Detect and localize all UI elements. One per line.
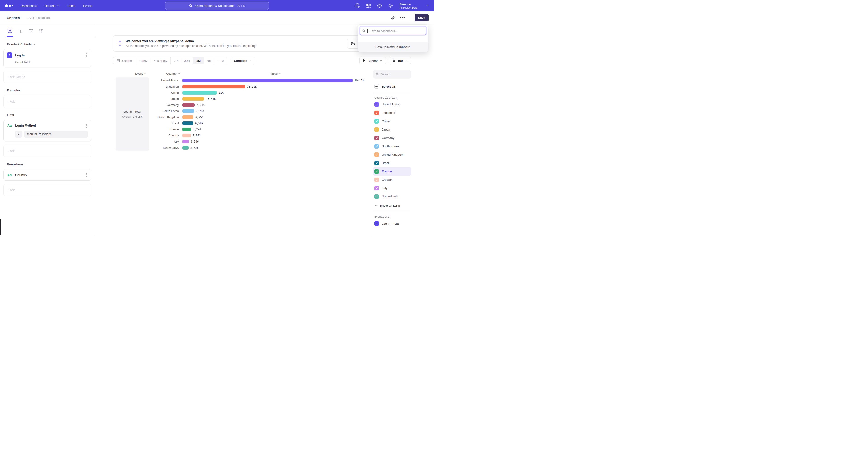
bar-segment[interactable]	[182, 115, 193, 119]
banner-title: Welcome! You are viewing a Mixpanel demo	[126, 39, 256, 43]
bar-segment[interactable]	[182, 97, 204, 101]
filter-kebab-menu-icon[interactable]	[86, 123, 88, 128]
date-range-today[interactable]: Today	[136, 57, 151, 64]
bar-segment[interactable]	[182, 134, 191, 137]
nav-item-reports[interactable]: Reports	[45, 4, 60, 7]
country-row-brazil[interactable]: Brazil	[373, 159, 411, 167]
data-management-icon[interactable]	[355, 3, 360, 8]
country-row-china[interactable]: China	[373, 117, 411, 125]
tab-insights[interactable]	[6, 24, 14, 37]
series-summary-cell[interactable]: Log In - Total Overall 276.5K	[116, 77, 149, 151]
country-row-japan[interactable]: Japan	[373, 125, 411, 134]
column-header-event[interactable]: Event	[135, 72, 147, 75]
breakdown-property-name[interactable]: Country	[15, 173, 27, 177]
filter-property-name[interactable]: Login Method	[15, 124, 36, 127]
country-checkbox[interactable]	[374, 102, 379, 107]
tab-retention[interactable]	[37, 24, 45, 37]
mixpanel-logo-icon[interactable]	[5, 4, 13, 7]
project-chevron-down-icon[interactable]	[426, 4, 429, 7]
tab-funnels[interactable]	[16, 24, 24, 37]
report-title[interactable]: Untitled	[7, 16, 20, 20]
more-options-button[interactable]: •••	[400, 17, 405, 19]
segment-search-input[interactable]	[381, 72, 409, 76]
date-range-3m[interactable]: 3M	[193, 57, 204, 64]
bar-segment[interactable]	[182, 121, 193, 125]
metric-event-name[interactable]: Log In	[15, 53, 25, 57]
country-checkbox[interactable]	[374, 194, 379, 199]
bar-segment[interactable]	[182, 140, 189, 143]
country-checkbox[interactable]	[374, 152, 379, 157]
country-row-netherlands[interactable]: Netherlands	[373, 192, 411, 201]
country-row-germany[interactable]: Germany	[373, 134, 411, 142]
country-row-canada[interactable]: Canada	[373, 176, 411, 184]
country-checkbox[interactable]	[374, 161, 379, 165]
events-cohorts-section-label[interactable]: Events & Cohorts	[7, 42, 88, 46]
country-row-france[interactable]: France	[373, 167, 411, 176]
country-checkbox[interactable]	[374, 136, 379, 140]
metric-kebab-menu-icon[interactable]	[86, 53, 88, 58]
project-switcher[interactable]: Finance All Project Data	[400, 2, 417, 9]
scale-selector-button[interactable]: Linear	[360, 57, 386, 64]
filter-card[interactable]: Aa Login Method = Manual Password	[3, 120, 91, 141]
add-description-button[interactable]: + Add description...	[26, 16, 52, 20]
select-all-row[interactable]: Select all	[373, 83, 411, 90]
country-row-united-kingdom[interactable]: United Kingdom	[373, 150, 411, 159]
save-to-new-dashboard-button[interactable]: Save to New Dashboard	[358, 42, 428, 52]
filter-value[interactable]: Manual Password	[24, 130, 88, 138]
country-row-italy[interactable]: Italy	[373, 184, 411, 192]
help-icon[interactable]	[377, 3, 382, 8]
metric-aggregation[interactable]: Count Total	[15, 60, 88, 64]
bar-segment[interactable]	[182, 109, 194, 113]
date-range-7d[interactable]: 7D	[170, 57, 181, 64]
tab-flows[interactable]	[27, 24, 35, 37]
add-metric-button[interactable]: + Add Metric	[3, 70, 91, 83]
breakdown-card[interactable]: Aa Country	[3, 169, 91, 181]
compare-button[interactable]: Compare	[230, 57, 255, 64]
column-header-country[interactable]: Country	[166, 72, 180, 75]
bar-segment[interactable]	[182, 146, 188, 150]
country-checkbox[interactable]	[374, 144, 379, 149]
date-range-12m[interactable]: 12M	[215, 57, 227, 64]
country-checkbox[interactable]	[374, 119, 379, 123]
country-checkbox[interactable]	[374, 127, 379, 132]
bar-segment[interactable]	[182, 127, 191, 131]
breakdown-kebab-menu-icon[interactable]	[86, 173, 88, 177]
select-all-checkbox[interactable]	[374, 84, 379, 89]
date-range-6m[interactable]: 6M	[204, 57, 215, 64]
filter-operator[interactable]: =	[15, 130, 22, 138]
bar-segment[interactable]	[182, 79, 352, 82]
settings-gear-icon[interactable]	[388, 3, 393, 8]
add-formula-button[interactable]: + Add	[3, 95, 91, 108]
bar-segment[interactable]	[182, 103, 195, 107]
country-row-undefined[interactable]: undefined	[373, 109, 411, 117]
copy-link-icon[interactable]	[391, 16, 395, 20]
date-range-custom[interactable]: Custom	[113, 57, 136, 64]
bar-segment[interactable]	[182, 91, 217, 94]
apps-grid-icon[interactable]	[366, 3, 371, 8]
add-filter-button[interactable]: + Add	[3, 145, 91, 157]
nav-item-events[interactable]: Events	[83, 4, 92, 7]
nav-item-users[interactable]: Users	[67, 4, 75, 7]
column-header-value[interactable]: Value	[270, 72, 281, 75]
event-checkbox[interactable]	[374, 221, 379, 226]
save-to-dashboard-field[interactable]	[360, 27, 426, 35]
date-range-30d[interactable]: 30D	[181, 57, 193, 64]
show-all-button[interactable]: Show all (184)	[373, 202, 411, 209]
country-checkbox[interactable]	[374, 111, 379, 115]
save-to-dashboard-input[interactable]	[369, 29, 424, 33]
country-checkbox[interactable]	[374, 178, 379, 182]
date-range-yesterday[interactable]: Yesterday	[151, 57, 170, 64]
segment-search-field[interactable]	[373, 70, 411, 79]
event-checkbox-row[interactable]: Log In - Total	[373, 220, 411, 227]
country-checkbox[interactable]	[374, 169, 379, 174]
nav-item-dashboards[interactable]: Dashboards	[21, 4, 37, 7]
country-checkbox[interactable]	[374, 186, 379, 190]
metric-card[interactable]: A Log In Count Total	[3, 49, 91, 67]
global-search-button[interactable]: Open Reports & Dashboards ⌘ + K	[165, 2, 269, 10]
country-row-south-korea[interactable]: South Korea	[373, 142, 411, 150]
save-button[interactable]: Save	[414, 14, 429, 22]
country-row-united-states[interactable]: United States	[373, 100, 411, 109]
add-breakdown-button[interactable]: + Add	[3, 184, 91, 196]
chart-type-button[interactable]: Bar	[389, 57, 411, 64]
bar-segment[interactable]	[182, 85, 245, 88]
